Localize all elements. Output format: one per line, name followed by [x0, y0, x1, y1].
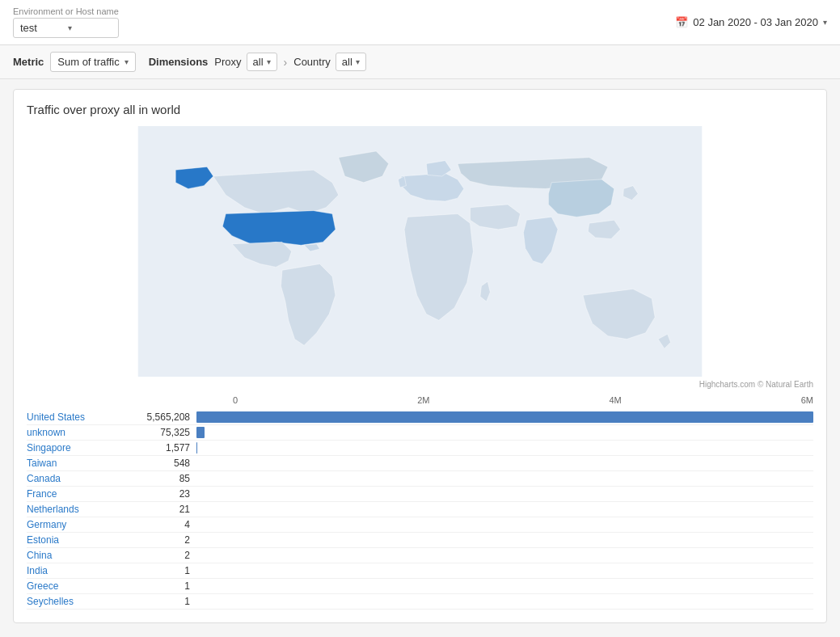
count-value: 23 [132, 488, 196, 500]
env-label: Environment or Host name [13, 6, 119, 16]
table-row: United States5,565,208 [27, 410, 813, 425]
table-row: Seychelles1 [27, 594, 813, 610]
country-link[interactable]: Singapore [27, 442, 132, 453]
bar-wrapper [196, 473, 813, 484]
count-value: 2 [132, 534, 196, 546]
date-range-text: 02 Jan 2020 - 03 Jan 2020 [693, 16, 818, 28]
bar-wrapper [196, 519, 813, 530]
axis-label-4m: 4M [609, 395, 621, 405]
dimensions-section: Dimensions Proxy all ▾ › Country all ▾ [149, 53, 366, 71]
table-row: Netherlands21 [27, 502, 813, 517]
metric-select[interactable]: Sum of traffic ▾ [50, 52, 135, 72]
bar-wrapper [196, 504, 813, 515]
table-row: unknown75,325 [27, 425, 813, 441]
bar-wrapper [196, 550, 813, 561]
table-row: Taiwan548 [27, 456, 813, 471]
country-link[interactable]: Canada [27, 473, 132, 484]
country-link[interactable]: Taiwan [27, 458, 132, 469]
env-value: test [20, 22, 63, 34]
count-value: 75,325 [132, 427, 196, 438]
country-link[interactable]: Seychelles [27, 596, 132, 607]
bar-wrapper [196, 488, 813, 500]
count-value: 1,577 [132, 442, 196, 453]
table-row: Canada85 [27, 471, 813, 487]
country-dim-label: Country [293, 56, 331, 68]
bar-wrapper [196, 596, 813, 607]
country-link[interactable]: Germany [27, 519, 132, 530]
bar-wrapper [196, 458, 813, 469]
bar-wrapper [196, 427, 813, 438]
bar-wrapper [196, 442, 813, 453]
country-link[interactable]: Greece [27, 580, 132, 592]
table-row: Greece1 [27, 579, 813, 594]
country-dim-value: all [342, 56, 352, 68]
count-value: 85 [132, 473, 196, 484]
count-value: 21 [132, 504, 196, 515]
bar-fill [196, 411, 813, 423]
axis-label-0: 0 [233, 395, 238, 405]
country-link[interactable]: Netherlands [27, 504, 132, 515]
count-value: 5,565,208 [132, 411, 196, 423]
table-row: China2 [27, 548, 813, 563]
bar-wrapper [196, 411, 813, 423]
metric-value: Sum of traffic [57, 56, 119, 68]
env-section: Environment or Host name test ▾ [13, 6, 119, 38]
count-value: 1 [132, 596, 196, 607]
country-dim-select[interactable]: all ▾ [336, 53, 366, 71]
country-dim-item: Country all ▾ [293, 53, 366, 71]
env-select[interactable]: test ▾ [13, 18, 119, 38]
table-row: India1 [27, 563, 813, 579]
bar-wrapper [196, 580, 813, 592]
calendar-icon: 📅 [675, 16, 688, 28]
count-value: 548 [132, 458, 196, 469]
country-link[interactable]: China [27, 550, 132, 561]
proxy-dim-select[interactable]: all ▾ [247, 53, 277, 71]
table-row: Singapore1,577 [27, 441, 813, 456]
proxy-dim-label: Proxy [214, 56, 241, 68]
proxy-dim-item: Proxy all ▾ [214, 53, 276, 71]
chart-title: Traffic over proxy all in world [27, 103, 813, 116]
bar-chart: United States5,565,208unknown75,325Singa… [27, 410, 813, 610]
axis-label-6m: 6M [801, 395, 813, 405]
main-content: Traffic over proxy all in world [0, 79, 840, 633]
metric-section: Metric Sum of traffic ▾ [13, 52, 136, 72]
bar-wrapper [196, 534, 813, 546]
env-dropdown-arrow: ▾ [68, 23, 111, 32]
table-row: France23 [27, 487, 813, 502]
toolbar: Metric Sum of traffic ▾ Dimensions Proxy… [0, 45, 840, 79]
bar-wrapper [196, 565, 813, 576]
axis-label-2m: 2M [417, 395, 429, 405]
highcharts-credit: Highcharts.com © Natural Earth [27, 380, 813, 389]
count-value: 4 [132, 519, 196, 530]
count-value: 2 [132, 550, 196, 561]
proxy-dim-value: all [253, 56, 264, 68]
world-map [27, 126, 813, 377]
metric-label: Metric [13, 56, 44, 68]
bar-fill [196, 427, 205, 438]
axis-labels: 0 2M 4M 6M [233, 395, 813, 405]
proxy-dropdown-arrow: ▾ [267, 57, 271, 66]
country-link[interactable]: India [27, 565, 132, 576]
country-link[interactable]: United States [27, 411, 132, 423]
metric-dropdown-arrow: ▾ [125, 57, 129, 66]
table-row: Germany4 [27, 517, 813, 533]
country-link[interactable]: Estonia [27, 534, 132, 546]
chart-card: Traffic over proxy all in world [13, 89, 827, 623]
table-row: Estonia2 [27, 533, 813, 548]
date-picker[interactable]: 📅 02 Jan 2020 - 03 Jan 2020 ▾ [675, 16, 827, 28]
country-link[interactable]: unknown [27, 427, 132, 438]
country-link[interactable]: France [27, 488, 132, 500]
country-dropdown-arrow: ▾ [356, 57, 360, 66]
count-value: 1 [132, 565, 196, 576]
count-value: 1 [132, 580, 196, 592]
top-bar: Environment or Host name test ▾ 📅 02 Jan… [0, 0, 840, 45]
dimensions-label: Dimensions [149, 56, 209, 68]
date-dropdown-arrow: ▾ [823, 18, 827, 27]
dimension-separator-arrow: › [284, 56, 288, 69]
